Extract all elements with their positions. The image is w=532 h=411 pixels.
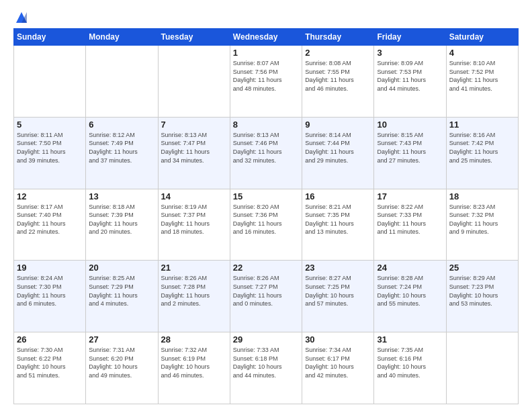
calendar-cell: 5Sunrise: 8:11 AM Sunset: 7:50 PM Daylig…: [14, 117, 86, 189]
day-info: Sunrise: 8:29 AM Sunset: 7:23 PM Dayligh…: [449, 274, 515, 308]
day-number: 26: [17, 334, 83, 345]
day-number: 2: [305, 48, 371, 58]
day-info: Sunrise: 8:26 AM Sunset: 7:27 PM Dayligh…: [233, 274, 299, 308]
day-info: Sunrise: 7:34 AM Sunset: 6:17 PM Dayligh…: [305, 346, 371, 379]
calendar-cell: 10Sunrise: 8:15 AM Sunset: 7:43 PM Dayli…: [374, 117, 446, 189]
day-number: 28: [161, 334, 227, 345]
day-number: 5: [17, 120, 83, 130]
calendar-cell: 2Sunrise: 8:08 AM Sunset: 7:55 PM Daylig…: [302, 46, 374, 118]
day-info: Sunrise: 8:23 AM Sunset: 7:32 PM Dayligh…: [449, 203, 515, 236]
day-info: Sunrise: 7:31 AM Sunset: 6:20 PM Dayligh…: [89, 346, 154, 379]
day-number: 16: [305, 191, 371, 201]
day-info: Sunrise: 8:16 AM Sunset: 7:42 PM Dayligh…: [449, 131, 515, 165]
calendar-cell: [14, 46, 86, 118]
calendar-cell: 13Sunrise: 8:18 AM Sunset: 7:39 PM Dayli…: [86, 189, 158, 261]
day-info: Sunrise: 7:32 AM Sunset: 6:19 PM Dayligh…: [161, 346, 227, 379]
day-info: Sunrise: 7:30 AM Sunset: 6:22 PM Dayligh…: [17, 346, 83, 379]
day-info: Sunrise: 8:08 AM Sunset: 7:55 PM Dayligh…: [305, 59, 371, 93]
day-info: Sunrise: 7:35 AM Sunset: 6:16 PM Dayligh…: [377, 346, 443, 379]
calendar-cell: 14Sunrise: 8:19 AM Sunset: 7:37 PM Dayli…: [158, 189, 230, 261]
day-info: Sunrise: 8:14 AM Sunset: 7:44 PM Dayligh…: [305, 131, 371, 165]
calendar-cell: 15Sunrise: 8:20 AM Sunset: 7:36 PM Dayli…: [230, 189, 302, 261]
calendar-week-row: 5Sunrise: 8:11 AM Sunset: 7:50 PM Daylig…: [14, 117, 519, 189]
weekday-header-tuesday: Tuesday: [158, 29, 230, 46]
calendar-table: SundayMondayTuesdayWednesdayThursdayFrid…: [13, 28, 519, 404]
calendar-cell: 18Sunrise: 8:23 AM Sunset: 7:32 PM Dayli…: [446, 189, 518, 261]
day-info: Sunrise: 8:19 AM Sunset: 7:37 PM Dayligh…: [161, 203, 227, 236]
day-info: Sunrise: 8:25 AM Sunset: 7:29 PM Dayligh…: [89, 274, 154, 308]
weekday-header-monday: Monday: [86, 29, 158, 46]
logo-text-block: [13, 12, 28, 21]
day-info: Sunrise: 8:27 AM Sunset: 7:25 PM Dayligh…: [305, 274, 371, 308]
day-number: 15: [233, 191, 299, 201]
calendar-cell: [446, 332, 518, 404]
day-info: Sunrise: 8:12 AM Sunset: 7:49 PM Dayligh…: [89, 131, 154, 165]
calendar-cell: 4Sunrise: 8:10 AM Sunset: 7:52 PM Daylig…: [446, 46, 518, 118]
calendar-week-row: 12Sunrise: 8:17 AM Sunset: 7:40 PM Dayli…: [14, 189, 519, 261]
calendar-cell: 25Sunrise: 8:29 AM Sunset: 7:23 PM Dayli…: [446, 261, 518, 332]
day-number: 1: [233, 48, 299, 58]
calendar-cell: 1Sunrise: 8:07 AM Sunset: 7:56 PM Daylig…: [230, 46, 302, 118]
calendar-cell: 21Sunrise: 8:26 AM Sunset: 7:28 PM Dayli…: [158, 261, 230, 332]
day-number: 9: [305, 120, 371, 130]
calendar-cell: 20Sunrise: 8:25 AM Sunset: 7:29 PM Dayli…: [86, 261, 158, 332]
calendar-cell: 7Sunrise: 8:13 AM Sunset: 7:47 PM Daylig…: [158, 117, 230, 189]
calendar-week-row: 19Sunrise: 8:24 AM Sunset: 7:30 PM Dayli…: [14, 261, 519, 332]
day-number: 22: [233, 263, 299, 273]
logo: [13, 12, 28, 21]
day-info: Sunrise: 8:24 AM Sunset: 7:30 PM Dayligh…: [17, 274, 83, 308]
day-number: 27: [89, 334, 154, 345]
calendar-cell: 12Sunrise: 8:17 AM Sunset: 7:40 PM Dayli…: [14, 189, 86, 261]
calendar-cell: [86, 46, 158, 118]
calendar-cell: 17Sunrise: 8:22 AM Sunset: 7:33 PM Dayli…: [374, 189, 446, 261]
calendar-week-row: 1Sunrise: 8:07 AM Sunset: 7:56 PM Daylig…: [14, 46, 519, 118]
day-number: 8: [233, 120, 299, 130]
calendar-cell: [158, 46, 230, 118]
calendar-cell: 11Sunrise: 8:16 AM Sunset: 7:42 PM Dayli…: [446, 117, 518, 189]
calendar-cell: 31Sunrise: 7:35 AM Sunset: 6:16 PM Dayli…: [374, 332, 446, 404]
day-number: 11: [449, 120, 515, 130]
calendar-cell: 26Sunrise: 7:30 AM Sunset: 6:22 PM Dayli…: [14, 332, 86, 404]
calendar-cell: 24Sunrise: 8:28 AM Sunset: 7:24 PM Dayli…: [374, 261, 446, 332]
day-info: Sunrise: 8:07 AM Sunset: 7:56 PM Dayligh…: [233, 59, 299, 93]
day-number: 31: [377, 334, 443, 345]
weekday-header-row: SundayMondayTuesdayWednesdayThursdayFrid…: [14, 29, 519, 46]
day-number: 18: [449, 191, 515, 201]
calendar-cell: 22Sunrise: 8:26 AM Sunset: 7:27 PM Dayli…: [230, 261, 302, 332]
calendar-cell: 28Sunrise: 7:32 AM Sunset: 6:19 PM Dayli…: [158, 332, 230, 404]
weekday-header-wednesday: Wednesday: [230, 29, 302, 46]
logo-icon: [15, 11, 28, 24]
day-number: 4: [449, 48, 515, 58]
calendar-cell: 3Sunrise: 8:09 AM Sunset: 7:53 PM Daylig…: [374, 46, 446, 118]
day-number: 10: [377, 120, 443, 130]
day-info: Sunrise: 8:28 AM Sunset: 7:24 PM Dayligh…: [377, 274, 443, 308]
day-number: 21: [161, 263, 227, 273]
day-number: 25: [449, 263, 515, 273]
day-info: Sunrise: 8:21 AM Sunset: 7:35 PM Dayligh…: [305, 203, 371, 236]
day-info: Sunrise: 8:26 AM Sunset: 7:28 PM Dayligh…: [161, 274, 227, 308]
day-info: Sunrise: 8:18 AM Sunset: 7:39 PM Dayligh…: [89, 203, 154, 236]
calendar-cell: 9Sunrise: 8:14 AM Sunset: 7:44 PM Daylig…: [302, 117, 374, 189]
day-number: 23: [305, 263, 371, 273]
day-info: Sunrise: 8:09 AM Sunset: 7:53 PM Dayligh…: [377, 59, 443, 93]
page: SundayMondayTuesdayWednesdayThursdayFrid…: [0, 0, 532, 411]
calendar-cell: 30Sunrise: 7:34 AM Sunset: 6:17 PM Dayli…: [302, 332, 374, 404]
weekday-header-friday: Friday: [374, 29, 446, 46]
day-number: 24: [377, 263, 443, 273]
day-info: Sunrise: 8:13 AM Sunset: 7:46 PM Dayligh…: [233, 131, 299, 165]
day-number: 12: [17, 191, 83, 201]
calendar-cell: 16Sunrise: 8:21 AM Sunset: 7:35 PM Dayli…: [302, 189, 374, 261]
day-number: 6: [89, 120, 154, 130]
day-number: 17: [377, 191, 443, 201]
calendar-week-row: 26Sunrise: 7:30 AM Sunset: 6:22 PM Dayli…: [14, 332, 519, 404]
day-info: Sunrise: 8:10 AM Sunset: 7:52 PM Dayligh…: [449, 59, 515, 93]
calendar-cell: 27Sunrise: 7:31 AM Sunset: 6:20 PM Dayli…: [86, 332, 158, 404]
day-number: 20: [89, 263, 154, 273]
calendar-cell: 23Sunrise: 8:27 AM Sunset: 7:25 PM Dayli…: [302, 261, 374, 332]
day-info: Sunrise: 8:20 AM Sunset: 7:36 PM Dayligh…: [233, 203, 299, 236]
weekday-header-saturday: Saturday: [446, 29, 518, 46]
header: [13, 12, 519, 21]
day-info: Sunrise: 8:13 AM Sunset: 7:47 PM Dayligh…: [161, 131, 227, 165]
day-info: Sunrise: 8:15 AM Sunset: 7:43 PM Dayligh…: [377, 131, 443, 165]
calendar-cell: 6Sunrise: 8:12 AM Sunset: 7:49 PM Daylig…: [86, 117, 158, 189]
